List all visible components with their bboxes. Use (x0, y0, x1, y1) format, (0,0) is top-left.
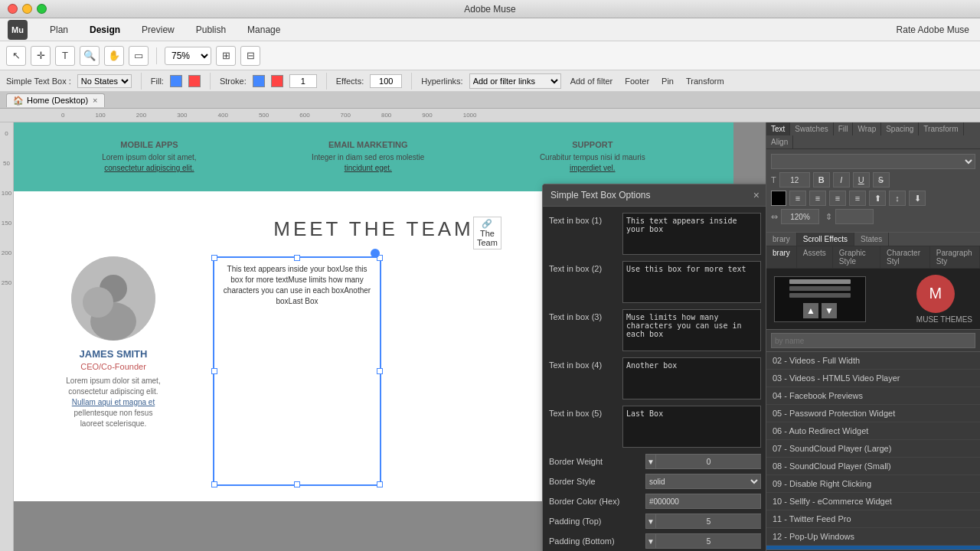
stroke-color[interactable] (253, 75, 265, 87)
fill-stroke-swatch[interactable] (188, 75, 201, 87)
maximize-button[interactable] (37, 4, 47, 14)
widget-item-06[interactable]: 06 - Auto Redirect Widget (766, 422, 980, 440)
text-box-inner[interactable]: This text appears inside your boxUse thi… (214, 258, 380, 313)
text-box-1-input[interactable]: This text appears inside your box (622, 213, 761, 255)
tab-align[interactable]: Align (766, 135, 793, 148)
crop-tool[interactable]: ▭ (129, 46, 149, 66)
btn-bold[interactable]: B (813, 172, 830, 187)
rate-adobe-muse[interactable]: Rate Adobe Muse (893, 23, 972, 37)
tab-wrap[interactable]: Wrap (853, 122, 881, 135)
align-right[interactable]: ≡ (829, 191, 846, 206)
minimize-button[interactable] (22, 4, 32, 14)
text-tool[interactable]: T (55, 46, 75, 66)
zoom-fit[interactable]: ⊞ (216, 46, 236, 66)
handle-ml[interactable] (211, 368, 217, 374)
transform-label[interactable]: Transform (686, 77, 724, 86)
search-input[interactable] (771, 333, 975, 348)
states-select[interactable]: No States (77, 74, 132, 88)
fill-color-swatch[interactable] (170, 75, 182, 87)
scale-input[interactable] (781, 209, 819, 224)
banner-link-1[interactable]: consectetur adipiscing elit. (104, 164, 194, 172)
widget-item-03[interactable]: 03 - Videos - HTML5 Video Player (766, 370, 980, 387)
widget-list[interactable]: 02 - Videos - Full Width 03 - Videos - H… (766, 352, 980, 549)
tab-swatches[interactable]: Swatches (790, 122, 833, 135)
tab-close[interactable]: × (93, 96, 97, 105)
widget-item-09[interactable]: 09 - Disable Right Clicking (766, 475, 980, 493)
handle-bl[interactable] (211, 481, 217, 487)
effects-value[interactable] (370, 74, 402, 88)
border-weight-down[interactable]: ▼ (645, 454, 656, 469)
handle-mr[interactable] (377, 368, 383, 374)
btn-underline[interactable]: U (853, 172, 870, 187)
handle-bc[interactable] (294, 481, 300, 487)
handle-tl[interactable] (211, 255, 217, 261)
handle-br[interactable] (377, 481, 383, 487)
border-color-input[interactable] (645, 494, 761, 509)
handle-tc[interactable] (294, 255, 300, 261)
font-size-input[interactable] (779, 172, 810, 187)
align-center[interactable]: ≡ (809, 191, 826, 206)
canvas-area[interactable]: MOBILE APPS Lorem ipsum dolor sit amet,c… (14, 122, 766, 551)
widget-item-07[interactable]: 07 - SoundCloud Player (Large) (766, 440, 980, 458)
padding-bottom-down[interactable]: ▼ (645, 533, 656, 549)
text-box-4-input[interactable]: Another box (622, 357, 761, 399)
menu-plan[interactable]: Plan (47, 23, 71, 37)
layout-toggle[interactable]: ⊟ (240, 46, 260, 66)
text-box-5-input[interactable]: Last Box (622, 406, 761, 448)
stab-scroll-effects[interactable]: Scroll Effects (797, 233, 854, 246)
widget-item-08[interactable]: 08 - SoundCloud Player (Small) (766, 458, 980, 475)
btn-italic[interactable]: I (833, 172, 850, 187)
banner-link-3[interactable]: imperdiet vel. (570, 164, 615, 172)
stroke-color2[interactable] (271, 75, 283, 87)
subtab-char-style[interactable]: Character Styl (880, 246, 930, 268)
menu-preview[interactable]: Preview (139, 23, 178, 37)
nav-up[interactable]: ▲ (803, 303, 818, 318)
zoom-tool[interactable]: 🔍 (80, 46, 100, 66)
close-button[interactable] (8, 4, 18, 14)
border-weight-input[interactable] (656, 454, 761, 469)
tab-spacing[interactable]: Spacing (881, 122, 919, 135)
align-justify[interactable]: ≡ (849, 191, 866, 206)
align-top[interactable]: ⬆ (869, 191, 886, 206)
widget-item-02[interactable]: 02 - Videos - Full Width (766, 352, 980, 370)
zoom-select[interactable]: 75% 100% 150% (165, 47, 211, 65)
menu-manage[interactable]: Manage (244, 23, 283, 37)
text-color-swatch[interactable] (771, 191, 786, 206)
home-desktop-tab[interactable]: 🏠 Home (Desktop) × (6, 93, 105, 107)
pin-label[interactable]: Pin (662, 77, 674, 86)
widget-item-11[interactable]: 11 - Twitter Feed Pro (766, 510, 980, 528)
align-bottom[interactable]: ⬇ (909, 191, 926, 206)
select-tool[interactable]: ↖ (6, 46, 26, 66)
draw-tool[interactable]: ✛ (31, 46, 51, 66)
nav-down[interactable]: ▼ (822, 303, 837, 318)
subtab-graphic-style[interactable]: Graphic Style (833, 246, 880, 268)
padding-top-input[interactable] (656, 514, 761, 529)
text-box-selection[interactable]: This text appears inside your boxUse thi… (213, 256, 381, 486)
menu-design[interactable]: Design (87, 23, 123, 37)
tab-fill[interactable]: Fill (834, 122, 854, 135)
stroke-value[interactable] (289, 74, 317, 88)
line-height-input[interactable] (835, 209, 874, 224)
align-middle[interactable]: ↕ (889, 191, 906, 206)
border-style-select[interactable]: solid dashed dotted (645, 474, 761, 489)
btn-strikethrough[interactable]: S̶ (873, 172, 890, 187)
subtab-assets[interactable]: Assets (797, 246, 833, 268)
subtab-para-style[interactable]: Paragraph Sty (930, 246, 980, 268)
handle-rotate[interactable] (371, 249, 380, 258)
text-box-2-input[interactable]: Use this box for more text (622, 261, 761, 303)
stab-library[interactable]: brary (766, 233, 797, 246)
align-left[interactable]: ≡ (789, 191, 806, 206)
font-select[interactable] (771, 154, 975, 169)
tab-text[interactable]: Text (766, 122, 790, 135)
hand-tool[interactable]: ✋ (104, 46, 124, 66)
bio-link[interactable]: Nullam aqui et magna et (72, 398, 155, 406)
stab-states[interactable]: States (854, 233, 889, 246)
banner-link-2[interactable]: tincidunt eget. (345, 164, 392, 172)
padding-bottom-input[interactable] (656, 533, 761, 549)
widget-item-10[interactable]: 10 - Sellfy - eCommerce Widget (766, 493, 980, 510)
widget-item-12[interactable]: 12 - Pop-Up Windows (766, 528, 980, 546)
tab-transform[interactable]: Transform (919, 122, 963, 135)
dialog-close-button[interactable]: × (753, 189, 760, 201)
text-box-3-input[interactable]: Muse limits how many characters you can … (622, 309, 761, 351)
hyperlinks-select[interactable]: Add or filter links (469, 73, 561, 89)
